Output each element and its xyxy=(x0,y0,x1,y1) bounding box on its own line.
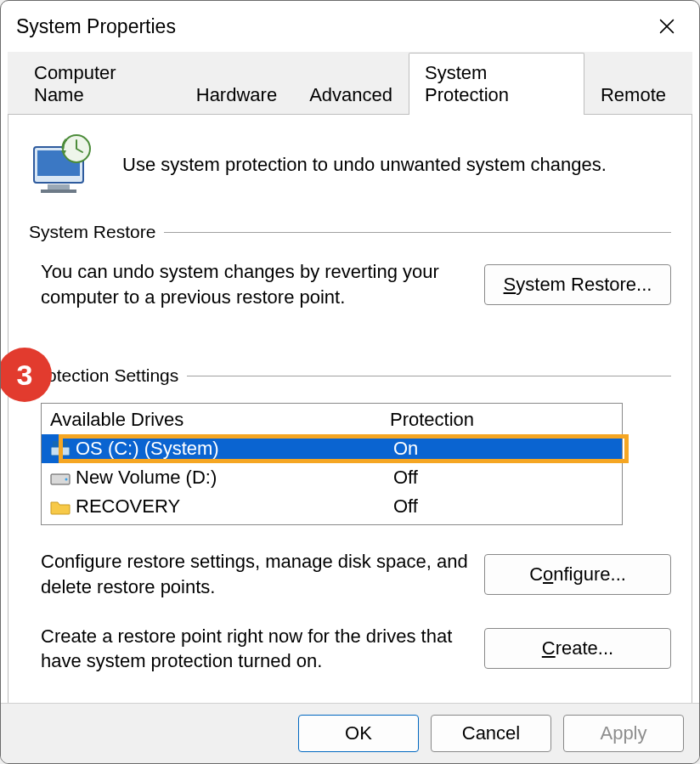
folder-icon xyxy=(50,498,71,515)
tab-label: Computer Name xyxy=(34,62,116,105)
restore-description: You can undo system changes by reverting… xyxy=(41,259,471,309)
tab-label: System Protection xyxy=(425,62,509,105)
drive-protection: Off xyxy=(393,467,613,489)
ok-button[interactable]: OK xyxy=(298,715,419,752)
svg-rect-3 xyxy=(41,190,76,193)
group-title: Protection Settings xyxy=(29,365,178,386)
tab-computer-name[interactable]: Computer Name xyxy=(18,53,180,115)
drive-name: RECOVERY xyxy=(76,495,393,518)
tab-label: Remote xyxy=(601,84,666,105)
group-system-restore: System Restore You can undo system chang… xyxy=(29,222,671,309)
tab-label: Hardware xyxy=(196,84,277,105)
system-protection-icon xyxy=(29,132,102,198)
drives-header: Available Drives Protection xyxy=(42,404,622,434)
system-drive-icon xyxy=(50,440,71,457)
tab-system-protection[interactable]: System Protection xyxy=(409,53,584,115)
drive-protection: Off xyxy=(393,495,613,518)
column-header-drives: Available Drives xyxy=(50,409,390,431)
window-title: System Properties xyxy=(16,15,176,38)
drive-name: New Volume (D:) xyxy=(76,467,393,489)
system-properties-window: System Properties Computer Name Hardware… xyxy=(0,0,700,764)
tab-advanced[interactable]: Advanced xyxy=(293,75,409,115)
dialog-footer: OK Cancel Apply xyxy=(1,703,699,763)
close-icon xyxy=(659,19,675,34)
create-description: Create a restore point right now for the… xyxy=(41,624,471,674)
drive-protection: On xyxy=(393,438,613,460)
group-header: System Restore xyxy=(29,222,671,242)
button-label: Apply xyxy=(600,722,646,744)
group-protection-settings: Protection Settings Available Drives Pro… xyxy=(29,365,671,674)
create-button[interactable]: Create... xyxy=(484,628,671,669)
drive-row-new-volume-d[interactable]: New Volume (D:) Off xyxy=(42,463,622,492)
svg-rect-8 xyxy=(61,441,68,446)
svg-rect-6 xyxy=(51,447,70,456)
intro-row: Use system protection to undo unwanted s… xyxy=(29,132,671,198)
intro-text: Use system protection to undo unwanted s… xyxy=(122,154,607,176)
divider xyxy=(164,232,671,233)
tab-label: Advanced xyxy=(309,84,392,105)
svg-rect-7 xyxy=(53,441,59,446)
group-title: System Restore xyxy=(29,222,155,242)
tabs-area: Computer Name Hardware Advanced System P… xyxy=(8,52,692,722)
button-label: Cancel xyxy=(462,722,520,744)
group-header: Protection Settings xyxy=(29,365,671,386)
apply-button: Apply xyxy=(563,715,684,752)
tab-remote[interactable]: Remote xyxy=(584,75,682,115)
configure-button[interactable]: Configure... xyxy=(484,554,671,595)
system-restore-button[interactable]: System Restore... xyxy=(484,264,671,305)
configure-row: Configure restore settings, manage disk … xyxy=(41,549,671,599)
tab-strip: Computer Name Hardware Advanced System P… xyxy=(8,52,692,114)
svg-point-10 xyxy=(65,478,68,481)
drive-name: OS (C:) (System) xyxy=(76,438,393,460)
annotation-step-badge: 3 xyxy=(0,349,50,400)
drives-list[interactable]: Available Drives Protection OS (C:) (Sys… xyxy=(41,403,623,525)
divider xyxy=(187,376,671,376)
tab-panel: Use system protection to undo unwanted s… xyxy=(8,114,692,722)
configure-description: Configure restore settings, manage disk … xyxy=(41,549,471,599)
drive-icon xyxy=(50,469,71,486)
create-row: Create a restore point right now for the… xyxy=(41,624,671,674)
cancel-button[interactable]: Cancel xyxy=(431,715,551,752)
svg-rect-2 xyxy=(48,184,70,190)
button-label: OK xyxy=(345,722,372,744)
drive-row-os-c[interactable]: OS (C:) (System) On xyxy=(42,434,622,463)
drive-row-recovery[interactable]: RECOVERY Off xyxy=(42,492,622,524)
restore-row: You can undo system changes by reverting… xyxy=(41,259,671,309)
step-number: 3 xyxy=(17,359,33,392)
column-header-protection: Protection xyxy=(390,409,613,431)
close-button[interactable] xyxy=(650,9,684,43)
title-bar: System Properties xyxy=(1,1,699,43)
tab-hardware[interactable]: Hardware xyxy=(180,75,293,115)
